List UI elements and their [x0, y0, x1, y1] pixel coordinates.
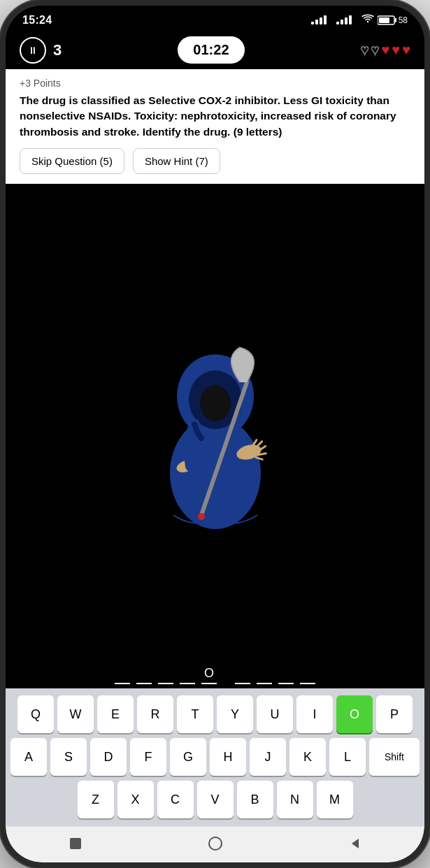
letter-underline-8	[278, 683, 294, 684]
key-F[interactable]: F	[130, 738, 166, 776]
letter-slot-5: O	[200, 665, 218, 684]
heart-4: ♥	[392, 42, 400, 58]
wifi-icon	[361, 14, 374, 27]
svg-rect-6	[345, 17, 347, 24]
key-T[interactable]: T	[177, 695, 213, 733]
key-E[interactable]: E	[97, 695, 134, 733]
svg-point-16	[198, 513, 205, 520]
key-K[interactable]: K	[289, 738, 326, 776]
letter-slot-8	[277, 665, 295, 684]
svg-rect-3	[324, 15, 327, 24]
key-R[interactable]: R	[137, 695, 173, 733]
key-M[interactable]: M	[317, 781, 353, 818]
heart-5: ♥	[402, 42, 410, 58]
question-buttons: Skip Question (5) Show Hint (7)	[20, 148, 410, 174]
skip-question-button[interactable]: Skip Question (5)	[20, 148, 124, 174]
letter-underline-3	[158, 683, 173, 684]
key-V[interactable]: V	[197, 781, 234, 818]
answer-area: O	[6, 658, 424, 688]
key-A[interactable]: A	[10, 738, 47, 776]
points-label: +3 Points	[20, 78, 410, 89]
svg-rect-24	[70, 838, 81, 849]
key-Y[interactable]: Y	[217, 695, 253, 733]
svg-marker-26	[352, 839, 359, 848]
hearts-container: ♥ ♥ ♥ ♥ ♥	[361, 42, 410, 58]
heart-3: ♥	[381, 42, 389, 58]
letter-underline-2	[136, 683, 152, 684]
keyboard-row-2: A S D F G H J K L Shift	[8, 738, 422, 776]
question-area: +3 Points The drug is classified as Sele…	[6, 69, 424, 184]
status-icons: 58	[311, 14, 408, 27]
key-X[interactable]: X	[117, 781, 154, 818]
svg-rect-2	[320, 17, 322, 24]
key-B[interactable]: B	[237, 781, 273, 818]
timer-display: 01:22	[178, 36, 244, 64]
status-bar: 15:24	[6, 6, 424, 31]
key-G[interactable]: G	[170, 738, 206, 776]
top-bar: ⏸ 3 01:22 ♥ ♥ ♥ ♥ ♥	[6, 31, 424, 69]
letter-underline-7	[257, 683, 272, 684]
nav-square-icon[interactable]	[69, 837, 83, 853]
svg-rect-1	[315, 20, 318, 24]
keyboard: Q W E R T Y U I O P A S D F G H J K	[6, 688, 424, 826]
letter-underline-4	[180, 683, 195, 684]
svg-rect-7	[349, 15, 352, 24]
phone-screen: 15:24	[6, 6, 424, 862]
letter-slot-6	[234, 665, 252, 684]
battery-icon: 58	[378, 15, 408, 25]
status-time: 15:24	[22, 14, 52, 27]
svg-rect-4	[336, 22, 339, 24]
signal-icon	[311, 15, 358, 27]
letter-slot-1	[113, 665, 131, 684]
battery-level: 58	[399, 15, 408, 25]
pause-lives: ⏸ 3	[20, 37, 62, 64]
svg-point-14	[200, 385, 231, 421]
letter-underline-5	[201, 683, 217, 684]
key-I[interactable]: I	[296, 695, 333, 733]
key-O[interactable]: O	[336, 695, 373, 733]
svg-rect-9	[394, 18, 396, 22]
key-S[interactable]: S	[50, 738, 87, 776]
key-shift[interactable]: Shift	[369, 738, 420, 776]
phone-frame: 15:24	[0, 0, 430, 868]
key-W[interactable]: W	[57, 695, 94, 733]
image-area	[6, 184, 424, 658]
pause-icon: ⏸	[28, 45, 38, 56]
nav-back-icon[interactable]	[349, 837, 361, 853]
key-Z[interactable]: Z	[78, 781, 114, 818]
letter-char-5: O	[204, 665, 214, 681]
key-N[interactable]: N	[277, 781, 313, 818]
question-text: The drug is classified as Selective COX-…	[20, 93, 410, 140]
bottom-nav	[6, 826, 424, 862]
grim-reaper-image	[138, 312, 292, 529]
key-D[interactable]: D	[90, 738, 127, 776]
svg-point-25	[209, 837, 222, 850]
key-H[interactable]: H	[210, 738, 246, 776]
letter-slot-9	[299, 665, 317, 684]
letter-underline-9	[300, 683, 315, 684]
keyboard-row-3: Z X C V B N M	[8, 781, 422, 818]
letter-slot-7	[255, 665, 273, 684]
svg-rect-0	[311, 22, 314, 24]
svg-rect-10	[379, 17, 389, 23]
key-Q[interactable]: Q	[17, 695, 54, 733]
letter-slot-2	[135, 665, 153, 684]
keyboard-row-1: Q W E R T Y U I O P	[8, 695, 422, 733]
show-hint-button[interactable]: Show Hint (7)	[133, 148, 220, 174]
heart-1: ♥	[361, 42, 369, 58]
letter-slot-3	[157, 665, 175, 684]
key-U[interactable]: U	[257, 695, 293, 733]
lives-count: 3	[53, 41, 62, 59]
key-L[interactable]: L	[329, 738, 366, 776]
heart-2: ♥	[371, 42, 380, 58]
letter-slot-4	[178, 665, 196, 684]
key-C[interactable]: C	[157, 781, 194, 818]
nav-home-icon[interactable]	[208, 836, 223, 854]
svg-rect-5	[341, 20, 343, 24]
letter-underline-6	[235, 683, 250, 684]
key-P[interactable]: P	[376, 695, 413, 733]
letter-underline-1	[115, 683, 130, 684]
key-J[interactable]: J	[250, 738, 286, 776]
pause-button[interactable]: ⏸	[20, 37, 46, 64]
